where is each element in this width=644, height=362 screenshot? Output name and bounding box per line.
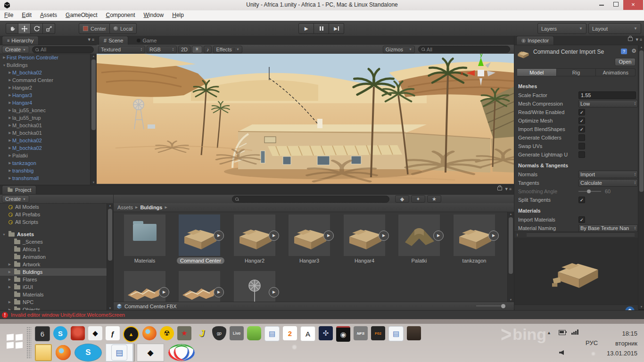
close-button[interactable]: × — [623, 0, 643, 10]
preview-play-icon[interactable]: ▶ — [488, 230, 499, 241]
camera-app-icon[interactable]: ◉ — [336, 326, 350, 342]
restore-button[interactable] — [609, 0, 622, 10]
preview-play-icon[interactable]: ▶ — [214, 287, 224, 297]
property-text-field[interactable]: 1.55 — [578, 91, 636, 99]
menu-item[interactable]: Help — [168, 10, 188, 18]
audio-toggle-icon[interactable]: ♪ — [204, 46, 212, 53]
radiation-app-icon[interactable]: ☢ — [160, 326, 174, 340]
hierarchy-item[interactable]: ▶ M_bochka02 — [0, 69, 91, 76]
rotate-tool-icon[interactable] — [31, 23, 43, 34]
menu-item[interactable]: Assets — [36, 10, 61, 18]
scale-tool-icon[interactable] — [43, 23, 55, 34]
hierarchy-item[interactable]: ▶ M_bochka02 — [0, 137, 91, 144]
tab-game[interactable]: Game — [132, 36, 162, 45]
unity-icon[interactable]: ◆ — [88, 326, 102, 340]
demon-app-icon[interactable] — [71, 326, 85, 340]
property-dropdown[interactable]: Import▲▼ — [578, 171, 638, 178]
preview-play-icon[interactable]: ▶ — [323, 230, 334, 241]
open-button[interactable]: Open — [615, 58, 636, 66]
asset-tile[interactable]: ▶ Hangar2 — [232, 214, 277, 265]
property-slider[interactable]: 60 — [578, 189, 634, 194]
layers-dropdown[interactable]: Layers▼ — [537, 23, 586, 34]
property-checkbox[interactable]: ✓ — [578, 109, 585, 115]
window-app-icon[interactable]: ▤ — [264, 326, 280, 341]
property-checkbox[interactable] — [578, 143, 585, 149]
expand-arrow-icon[interactable]: ▶ — [8, 123, 12, 127]
rotation-toggle-button[interactable]: Local — [109, 23, 137, 34]
expand-arrow-icon[interactable]: ▼ — [2, 64, 7, 67]
inspector-tab[interactable]: Rig — [557, 68, 596, 76]
nfs-icon[interactable]: NFS — [354, 326, 368, 340]
pan-tool-icon[interactable] — [6, 23, 18, 34]
hierarchy-item[interactable]: ▶ Hangar3 — [0, 91, 91, 99]
property-checkbox[interactable]: ✓ — [578, 197, 585, 203]
project-favorite-item[interactable]: All Prefabs — [0, 211, 107, 218]
project-folder-item[interactable]: ▶ Flares — [0, 276, 107, 283]
move-tool-icon[interactable] — [18, 23, 31, 34]
firefox-icon[interactable] — [56, 345, 71, 360]
expand-arrow-icon[interactable]: ▶ — [8, 131, 12, 135]
inspector-tab[interactable]: Animations — [596, 68, 636, 76]
hierarchy-item[interactable]: ▶ transhbig — [0, 167, 91, 174]
project-create-button[interactable]: Create▼ — [2, 195, 29, 203]
hierarchy-item[interactable]: ▶ Command Center — [0, 76, 91, 84]
taskbar-grip[interactable] — [26, 327, 31, 359]
expand-arrow-icon[interactable]: ▶ — [8, 270, 12, 274]
guitar-pro-icon[interactable]: gp — [212, 326, 226, 340]
expand-arrow-icon[interactable]: ▶ — [8, 285, 12, 289]
skype-icon[interactable]: S — [53, 326, 67, 340]
tray-expand-icon[interactable]: ▲ — [547, 330, 551, 335]
property-checkbox[interactable] — [578, 134, 585, 141]
expand-arrow-icon[interactable]: ▶ — [8, 108, 12, 112]
hierarchy-item[interactable]: ▶ M_bochka01 — [0, 129, 91, 137]
scene-viewport[interactable]: y x — [97, 54, 514, 184]
preview-play-icon[interactable]: ▶ — [379, 230, 389, 241]
docviewer-icon[interactable]: ▤ — [111, 345, 127, 361]
hierarchy-item[interactable]: ▶ transhsmall — [0, 174, 91, 182]
asset-tile[interactable]: ▶ Hangar4 — [342, 214, 387, 265]
asset-grid-scrollbar[interactable]: ▲ ▼ — [507, 212, 514, 302]
hierarchy-item[interactable]: ▶ First Person Controller — [0, 54, 91, 61]
lock-icon[interactable] — [628, 37, 633, 41]
layout-dropdown[interactable]: Layout▼ — [588, 23, 641, 34]
battery-icon[interactable] — [559, 330, 566, 335]
expand-arrow-icon[interactable]: ▶ — [8, 154, 12, 157]
start-button[interactable] — [7, 334, 23, 348]
asset-tile[interactable]: ▶ Hangar3 — [287, 214, 332, 265]
menu-item[interactable]: Edit — [17, 10, 36, 18]
j-game-icon[interactable]: J — [195, 326, 209, 340]
breadcrumb-current[interactable]: Buldings — [140, 205, 162, 210]
help-icon[interactable]: ? — [621, 49, 627, 54]
project-tree-scrollbar[interactable]: ▲ ▼ — [107, 203, 113, 311]
expand-arrow-icon[interactable]: ▶ — [8, 86, 12, 90]
expand-arrow-icon[interactable]: ▶ — [8, 78, 12, 82]
hierarchy-item[interactable]: ▶ Hangar2 — [0, 84, 91, 91]
asset-tile[interactable]: ▶ — [232, 271, 277, 302]
inspector-scrollbar[interactable]: ▲ ▼ — [638, 45, 644, 309]
menu-item[interactable]: GameObject — [61, 10, 101, 18]
property-checkbox[interactable]: ✓ — [578, 126, 585, 132]
expand-arrow-icon[interactable]: ▶ — [8, 93, 12, 97]
preview-play-icon[interactable]: ▶ — [159, 287, 169, 297]
project-folder-item[interactable]: ▶ Artwork — [0, 261, 107, 268]
expand-arrow-icon[interactable]: ▶ — [2, 56, 7, 59]
tab-scene[interactable]: #Scene — [99, 36, 128, 45]
hierarchy-item[interactable]: ▶ M_bochka02 — [0, 144, 91, 152]
tab-hierarchy[interactable]: ≡Hierarchy — [2, 36, 39, 45]
network-signal-icon[interactable] — [571, 329, 580, 335]
tab-project[interactable]: Project — [2, 185, 36, 194]
clock[interactable]: 18:15 вторник 13.01.2015 — [607, 329, 637, 358]
expand-arrow-icon[interactable]: ▼ — [2, 233, 6, 236]
preview-play-icon[interactable]: ▶ — [269, 287, 279, 297]
asset-tile[interactable]: ▶ tankzagon — [452, 214, 497, 265]
volume-icon[interactable] — [559, 350, 564, 355]
thumbnail-zoom-slider[interactable] — [476, 305, 504, 306]
gizmos-dropdown[interactable]: Gizmos▼ — [383, 46, 415, 53]
file-explorer-icon[interactable] — [35, 345, 51, 361]
project-favorite-item[interactable]: All Models — [0, 203, 107, 211]
asset-tile[interactable]: ▶ — [122, 271, 167, 302]
hierarchy-search-input[interactable]: All — [32, 46, 94, 53]
hierarchy-item[interactable]: ▶ la_ju55_trup — [0, 114, 91, 122]
expand-arrow-icon[interactable]: ▶ — [8, 71, 12, 74]
scene-search-input[interactable]: All — [418, 46, 510, 53]
